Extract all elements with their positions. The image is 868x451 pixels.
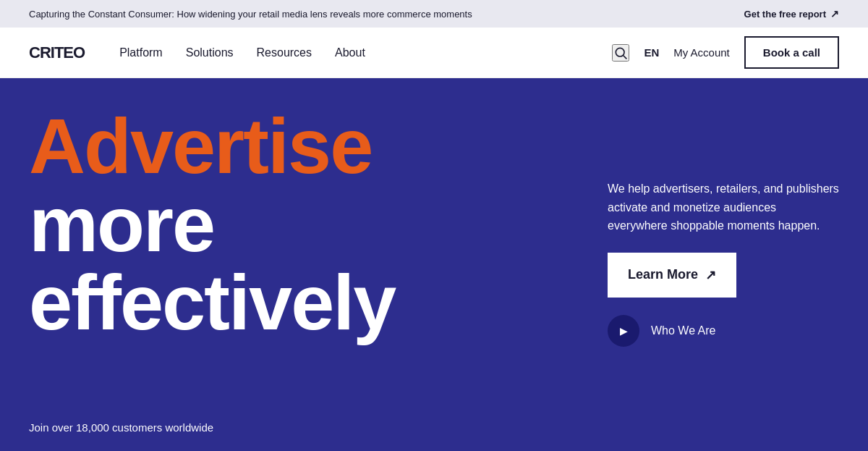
learn-more-arrow-icon: ↗ <box>705 267 716 283</box>
banner-arrow-icon: ↗ <box>830 8 839 20</box>
nav-right: EN My Account Book a call <box>612 36 839 69</box>
hero-line1: Advertise <box>29 107 839 185</box>
search-button[interactable] <box>612 44 629 62</box>
logo[interactable]: CRITEO <box>29 43 85 62</box>
my-account-link[interactable]: My Account <box>673 46 730 59</box>
book-call-button[interactable]: Book a call <box>744 36 839 69</box>
language-selector[interactable]: EN <box>644 46 659 59</box>
svg-line-1 <box>624 55 627 59</box>
nav-link-platform[interactable]: Platform <box>119 46 163 59</box>
hero-section: Advertise more effectively We help adver… <box>0 78 868 451</box>
play-button[interactable]: ▶ <box>608 315 639 347</box>
learn-more-label: Learn More <box>628 267 698 282</box>
play-icon: ▶ <box>620 325 628 337</box>
who-we-are-label: Who We Are <box>651 324 716 337</box>
nav-link-about[interactable]: About <box>335 46 365 59</box>
banner-link[interactable]: Get the free report ↗ <box>744 8 839 20</box>
nav-link-resources[interactable]: Resources <box>257 46 312 59</box>
nav-link-solutions[interactable]: Solutions <box>186 46 234 59</box>
who-we-are-row[interactable]: ▶ Who We Are <box>608 315 839 347</box>
banner-link-label: Get the free report <box>744 9 826 20</box>
svg-point-0 <box>616 48 625 56</box>
hero-description: We help advertisers, retailers, and publ… <box>608 180 839 235</box>
banner-text: Capturing the Constant Consumer: How wid… <box>29 9 472 20</box>
navbar: CRITEO Platform Solutions Resources Abou… <box>0 28 868 78</box>
search-icon <box>613 46 628 60</box>
learn-more-button[interactable]: Learn More ↗ <box>608 253 736 298</box>
top-banner: Capturing the Constant Consumer: How wid… <box>0 0 868 28</box>
hero-bottom-text: Join over 18,000 customers worldwide <box>29 421 213 434</box>
hero-right-panel: We help advertisers, retailers, and publ… <box>608 180 839 347</box>
nav-links: Platform Solutions Resources About <box>119 46 589 59</box>
